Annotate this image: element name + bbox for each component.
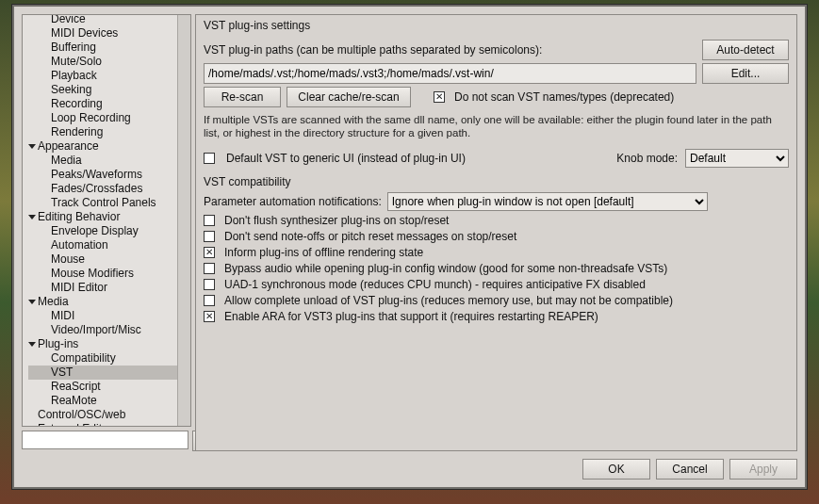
paths-input[interactable] [204, 63, 696, 84]
tree-item[interactable]: Envelope Display [28, 224, 190, 238]
tree-item[interactable]: Loop Recording [28, 111, 190, 125]
tree-item[interactable]: External Editors [28, 422, 190, 427]
tree-item[interactable]: Seeking [28, 83, 190, 97]
tree-item[interactable]: Device [28, 14, 190, 26]
tree-category[interactable]: Plug-ins [28, 337, 190, 351]
ok-button[interactable]: OK [582, 459, 650, 480]
knob-mode-label: Knob mode: [616, 152, 678, 165]
preferences-dialog: AudioDeviceMIDI DevicesBufferingMute/Sol… [11, 4, 808, 490]
tree-item[interactable]: Automation [28, 238, 190, 252]
tree-item[interactable]: VST [28, 366, 190, 380]
compat-label-4: UAD-1 synchronous mode (reduces CPU munc… [224, 278, 646, 291]
noscan-names-label: Do not scan VST names/types (deprecated) [454, 90, 674, 104]
cancel-button[interactable]: Cancel [656, 459, 724, 480]
compat-title: VST compatibility [204, 175, 789, 188]
tree-item[interactable]: ReaMote [28, 394, 190, 408]
compat-checkbox-0[interactable] [204, 215, 215, 226]
tree-item[interactable]: Peaks/Waveforms [28, 168, 190, 182]
paths-label: VST plug-in paths (can be multiple paths… [204, 43, 696, 57]
compat-checkbox-1[interactable] [204, 231, 215, 242]
tree-item[interactable]: Video/Import/Misc [28, 323, 190, 337]
param-auto-select[interactable]: Ignore when plug-in window is not open [… [387, 192, 708, 211]
apply-button[interactable]: Apply [729, 459, 797, 480]
knob-mode-select[interactable]: Default [685, 149, 789, 168]
noscan-names-checkbox[interactable] [434, 91, 445, 103]
tree-item[interactable]: Mouse [28, 252, 190, 267]
panel-title: VST plug-ins settings [204, 19, 789, 32]
compat-label-2: Inform plug-ins of offline rendering sta… [224, 246, 423, 259]
tree-item[interactable]: Mouse Modifiers [28, 267, 190, 281]
sidebar-scrollbar[interactable] [177, 15, 190, 426]
tree-item[interactable]: Control/OSC/web [28, 408, 190, 422]
compat-checkbox-5[interactable] [204, 295, 215, 306]
tree-item[interactable]: MIDI [28, 309, 190, 323]
tree-item[interactable]: Recording [28, 97, 190, 111]
tree-item[interactable]: Track Control Panels [28, 196, 190, 210]
compat-label-5: Allow complete unload of VST plug-ins (r… [224, 294, 673, 307]
compat-checkbox-3[interactable] [204, 263, 215, 274]
search-input[interactable] [22, 431, 188, 449]
default-ui-label: Default VST to generic UI (instead of pl… [226, 152, 466, 165]
default-ui-checkbox[interactable] [204, 153, 215, 164]
tree-category[interactable]: Editing Behavior [28, 210, 190, 224]
tree-item[interactable]: Media [28, 154, 190, 168]
tree-category[interactable]: Media [28, 295, 190, 309]
compat-label-6: Enable ARA for VST3 plug-ins that suppor… [224, 310, 598, 323]
tree-item[interactable]: Mute/Solo [28, 55, 190, 69]
clear-rescan-button[interactable]: Clear cache/re-scan [287, 87, 411, 107]
rescan-button[interactable]: Re-scan [204, 87, 281, 107]
tree-item[interactable]: MIDI Devices [28, 26, 190, 41]
tree-item[interactable]: Buffering [28, 41, 190, 55]
tree-item[interactable]: Fades/Crossfades [28, 182, 190, 196]
tree-item[interactable]: Playback [28, 69, 190, 83]
autodetect-button[interactable]: Auto-detect [702, 40, 789, 60]
edit-paths-button[interactable]: Edit... [702, 63, 789, 84]
tree-item[interactable]: ReaScript [28, 380, 190, 394]
settings-panel: VST plug-ins settings VST plug-in paths … [195, 14, 797, 451]
duplicate-note: If multiple VSTs are scanned with the sa… [204, 113, 789, 139]
tree-item[interactable]: Compatibility [28, 351, 190, 366]
compat-label-3: Bypass audio while opening plug-in confi… [224, 262, 667, 275]
compat-checkbox-2[interactable] [204, 247, 215, 258]
tree-item[interactable]: Rendering [28, 125, 190, 139]
compat-checkbox-6[interactable] [204, 311, 215, 322]
compat-label-1: Don't send note-offs or pitch reset mess… [224, 230, 516, 243]
category-tree[interactable]: AudioDeviceMIDI DevicesBufferingMute/Sol… [22, 14, 191, 427]
tree-item[interactable]: MIDI Editor [28, 281, 190, 295]
compat-label-0: Don't flush synthesizer plug-ins on stop… [224, 214, 449, 227]
compat-checkbox-4[interactable] [204, 279, 215, 290]
param-auto-label: Parameter automation notifications: [204, 195, 382, 208]
tree-category[interactable]: Appearance [28, 139, 190, 154]
